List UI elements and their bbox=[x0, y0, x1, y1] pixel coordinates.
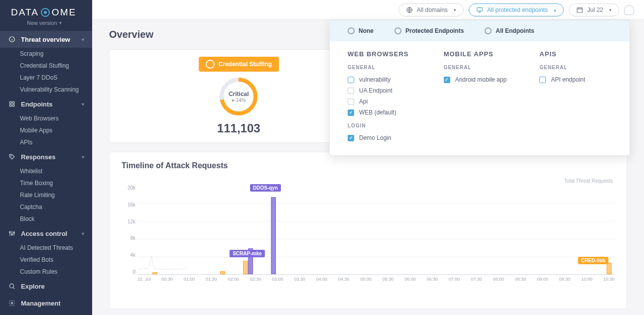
nav-section-responses[interactable]: Responses▾ bbox=[0, 148, 92, 165]
threat-status: Critical bbox=[229, 91, 249, 98]
endpoint-option-android-mobile-app[interactable]: Android mobile app bbox=[444, 74, 516, 85]
nav-item-ai-detected-threats[interactable]: AI Detected Threats bbox=[0, 242, 92, 254]
nav-section-label: Responses bbox=[21, 153, 55, 161]
nav-item-verified-bots[interactable]: Verified Bots bbox=[0, 254, 92, 266]
x-tick: 01:30 bbox=[206, 277, 217, 282]
nav-bottom-documentation[interactable]: Documentation bbox=[0, 312, 92, 315]
x-axis: 22. Jul00:3001:0001:3002:0002:3003:0003:… bbox=[137, 277, 615, 282]
endpoint-option-label: Demo Login bbox=[359, 134, 391, 141]
nav-section-access-control[interactable]: Access control▾ bbox=[0, 225, 92, 242]
chart-annotation: CRED-9sb bbox=[578, 257, 608, 264]
sidebar: DATA OME New version ▾ Threat overview▾S… bbox=[0, 0, 92, 315]
radio-label: All Endpoints bbox=[496, 27, 534, 34]
nav-section-threat-overview[interactable]: Threat overview▾ bbox=[0, 31, 92, 48]
endpoint-option-api[interactable]: Api bbox=[348, 96, 420, 107]
endpoint-option-api-endpoint[interactable]: API endpoint bbox=[539, 74, 612, 85]
sliders-icon bbox=[8, 229, 16, 237]
search-icon bbox=[8, 282, 16, 290]
endpoint-group-label: GENERAL bbox=[444, 65, 516, 70]
bar bbox=[220, 271, 225, 274]
checkbox-icon bbox=[539, 77, 546, 83]
nav-item-block[interactable]: Block bbox=[0, 213, 92, 225]
nav-item-mobile-apps[interactable]: Mobile Apps bbox=[0, 124, 92, 136]
chevron-up-icon: ▴ bbox=[554, 7, 556, 12]
checkbox-icon bbox=[348, 135, 354, 141]
topbar: All domains ▾ All protected endpoints ▴ … bbox=[92, 0, 644, 20]
nav-bottom-management[interactable]: Management bbox=[0, 295, 92, 312]
domains-selector[interactable]: All domains ▾ bbox=[398, 3, 464, 16]
y-tick: 12k bbox=[128, 219, 135, 224]
x-tick: 08:00 bbox=[493, 277, 505, 282]
x-tick: 22. Jul bbox=[137, 277, 151, 282]
endpoint-option-label: Android mobile app bbox=[455, 76, 507, 83]
chart-annotation: DDOS-qyn bbox=[250, 184, 281, 192]
y-tick: 8k bbox=[130, 235, 135, 241]
svg-rect-3 bbox=[9, 105, 11, 106]
checkbox-icon bbox=[348, 88, 354, 94]
scope-radio-none[interactable]: None bbox=[348, 27, 374, 34]
radio-label: Protected Endpoints bbox=[405, 27, 464, 34]
nav-item-custom-rules[interactable]: Custom Rules bbox=[0, 266, 92, 278]
chevron-down-icon: ▾ bbox=[59, 20, 62, 25]
endpoint-col-apis: APISGENERALAPI endpoint bbox=[539, 50, 612, 143]
chevron-down-icon: ▾ bbox=[82, 37, 84, 42]
scope-radio-protected-endpoints[interactable]: Protected Endpoints bbox=[394, 27, 464, 34]
nav-item-captcha[interactable]: Captcha bbox=[0, 201, 92, 213]
nav-item-credential-stuffing[interactable]: Credential Stuffing bbox=[0, 60, 92, 72]
version-selector[interactable]: New version ▾ bbox=[0, 20, 92, 31]
nav-section-label: Endpoints bbox=[21, 101, 53, 108]
endpoint-col-mobile-apps: MOBILE APPSGENERALAndroid mobile app bbox=[444, 50, 516, 143]
endpoint-scope-radios: NoneProtected EndpointsAll Endpoints bbox=[330, 20, 630, 41]
endpoint-option-demo-login[interactable]: Demo Login bbox=[348, 132, 420, 143]
svg-rect-2 bbox=[12, 102, 14, 104]
endpoint-col-title: APIS bbox=[539, 50, 612, 58]
nav-item-layer-7-ddos[interactable]: Layer 7 DDoS bbox=[0, 72, 92, 84]
x-tick: 04:30 bbox=[338, 277, 350, 282]
globe-icon bbox=[406, 6, 413, 13]
grid-icon bbox=[8, 100, 16, 108]
nav-section-label: Explore bbox=[21, 283, 45, 290]
nav-item-vulnerability-scanning[interactable]: Vulnerability Scanning bbox=[0, 84, 92, 96]
notifications-icon[interactable] bbox=[624, 5, 634, 15]
endpoint-option-ua-endpoint[interactable]: UA Endpoint bbox=[348, 85, 420, 96]
nav-section-endpoints[interactable]: Endpoints▾ bbox=[0, 96, 92, 112]
endpoint-col-title: WEB BROWSERS bbox=[348, 50, 420, 58]
calendar-icon bbox=[576, 6, 583, 13]
x-tick: 10:30 bbox=[603, 277, 615, 282]
nav: Threat overview▾ScrapingCredential Stuff… bbox=[0, 31, 92, 295]
nav-item-rate-limiting[interactable]: Rate Limiting bbox=[0, 189, 92, 201]
endpoints-selector[interactable]: All protected endpoints ▴ bbox=[469, 3, 564, 16]
nav-bottom: ManagementDocumentation bbox=[0, 295, 92, 315]
nav-item-whitelist[interactable]: Whitelist bbox=[0, 165, 92, 177]
chevron-down-icon: ▾ bbox=[609, 7, 612, 12]
svg-rect-1 bbox=[9, 102, 11, 104]
endpoint-col-title: MOBILE APPS bbox=[444, 50, 516, 58]
plot-area: DDOS-qynSCRAP-mkeCRED-9sb bbox=[137, 185, 615, 275]
main: All domains ▾ All protected endpoints ▴ … bbox=[92, 0, 644, 315]
brand-logo: DATA OME bbox=[0, 0, 92, 20]
endpoint-option-label: API endpoint bbox=[551, 76, 585, 83]
svg-point-10 bbox=[11, 302, 13, 304]
x-tick: 02:00 bbox=[228, 277, 239, 282]
nav-item-scraping[interactable]: Scraping bbox=[0, 48, 92, 60]
trend-line bbox=[137, 185, 187, 274]
endpoint-option-vulnerability[interactable]: vulnerability bbox=[348, 74, 420, 85]
x-tick: 07:00 bbox=[449, 277, 460, 282]
endpoint-option-web-(default)[interactable]: WEB (default) bbox=[348, 107, 420, 118]
endpoint-group-label: LOGIN bbox=[348, 123, 420, 128]
endpoint-option-label: Api bbox=[359, 98, 368, 105]
threat-gauge: Critical▾-14% bbox=[219, 77, 258, 116]
svg-point-5 bbox=[11, 156, 11, 156]
y-tick: 20k bbox=[128, 185, 135, 191]
nav-item-apis[interactable]: APIs bbox=[0, 136, 92, 148]
x-tick: 06:30 bbox=[426, 277, 438, 282]
nav-section-explore[interactable]: Explore bbox=[0, 278, 92, 295]
x-tick: 03:30 bbox=[294, 277, 305, 282]
radio-icon bbox=[485, 27, 492, 34]
date-selector[interactable]: Jul 22 ▾ bbox=[569, 3, 619, 16]
x-tick: 05:30 bbox=[383, 277, 394, 282]
nav-item-web-browsers[interactable]: Web Browsers bbox=[0, 112, 92, 124]
nav-item-time-boxing[interactable]: Time Boxing bbox=[0, 177, 92, 189]
svg-rect-4 bbox=[12, 105, 14, 106]
scope-radio-all-endpoints[interactable]: All Endpoints bbox=[485, 27, 534, 34]
